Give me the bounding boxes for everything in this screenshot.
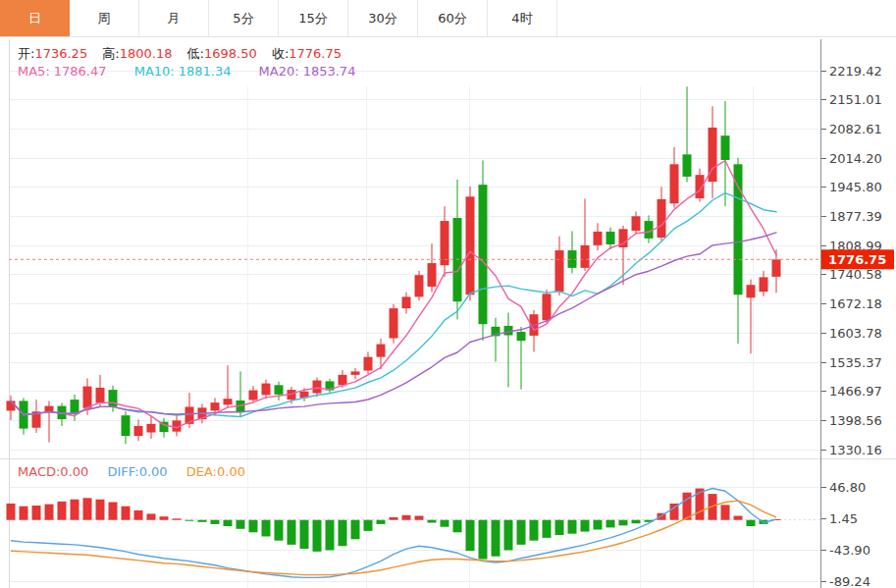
kline-chart-canvas[interactable]: 2219.422151.012082.612014.201945.801877.… bbox=[0, 0, 896, 588]
candle-body bbox=[351, 371, 360, 374]
candle-body bbox=[402, 296, 411, 308]
candle-body bbox=[134, 426, 143, 436]
candle-body bbox=[555, 250, 564, 292]
axis-tick-label: 46.80 bbox=[829, 480, 866, 495]
macd-bar bbox=[441, 520, 449, 527]
macd-bar bbox=[492, 520, 501, 557]
macd-bar bbox=[543, 520, 552, 538]
macd-bar bbox=[313, 520, 322, 552]
axis-tick-label: -89.24 bbox=[829, 574, 870, 588]
macd-bar bbox=[160, 516, 169, 519]
macd-bar bbox=[606, 520, 615, 528]
macd-bar bbox=[58, 502, 67, 520]
macd-bar bbox=[504, 520, 513, 551]
axis-tick-label: 2219.42 bbox=[829, 64, 882, 79]
macd-bar bbox=[364, 520, 373, 531]
axis-tick-label: 1672.18 bbox=[829, 296, 882, 311]
macd-bar bbox=[479, 520, 488, 560]
macd-bar bbox=[555, 520, 564, 535]
candle-body bbox=[581, 245, 590, 268]
macd-bar bbox=[530, 520, 539, 541]
candle-body bbox=[364, 357, 373, 371]
candle-body bbox=[632, 216, 641, 231]
macd-bar bbox=[594, 520, 603, 530]
macd-bar bbox=[517, 520, 526, 545]
candle-body bbox=[224, 399, 233, 404]
axis-tick-label: 1535.37 bbox=[829, 355, 882, 370]
candle-body bbox=[594, 232, 603, 245]
macd-bar bbox=[20, 507, 28, 520]
macd-bar bbox=[198, 520, 207, 522]
macd-bar bbox=[147, 513, 156, 519]
axis-tick-label: 2014.20 bbox=[829, 151, 882, 166]
candle-body bbox=[45, 406, 54, 412]
candle-body bbox=[377, 345, 386, 357]
last-price-tag: 1776.75 bbox=[821, 249, 894, 269]
macd-bar bbox=[326, 520, 335, 551]
candle-body bbox=[683, 154, 692, 177]
candle-body bbox=[428, 263, 437, 287]
macd-bar bbox=[71, 500, 79, 520]
tab-4hour[interactable]: 4时 bbox=[488, 0, 557, 36]
tab-month[interactable]: 月 bbox=[139, 0, 209, 36]
macd-bar bbox=[581, 520, 590, 532]
candle-body bbox=[249, 391, 258, 401]
candle-body bbox=[734, 164, 743, 294]
tab-15min[interactable]: 15分 bbox=[279, 0, 348, 36]
macd-bar bbox=[134, 510, 143, 520]
tab-day[interactable]: 日 bbox=[0, 0, 70, 36]
macd-bar bbox=[339, 520, 347, 547]
candle-body bbox=[760, 277, 768, 292]
tab-5min[interactable]: 5分 bbox=[209, 0, 279, 36]
candle-body bbox=[517, 332, 526, 341]
axis-tick-label: 1.45 bbox=[829, 511, 858, 526]
macd-bar bbox=[237, 520, 245, 529]
axis-tick-label: 1945.80 bbox=[829, 180, 882, 194]
macd-bar bbox=[275, 520, 284, 541]
candle-body bbox=[772, 259, 781, 277]
axis-tick-label: 1877.39 bbox=[829, 209, 882, 224]
macd-bar bbox=[428, 520, 437, 523]
macd-bar bbox=[466, 520, 475, 551]
candle-body bbox=[211, 402, 220, 410]
candle-body bbox=[339, 375, 347, 385]
candle-body bbox=[606, 232, 615, 244]
axis-tick-label: -43.90 bbox=[829, 543, 870, 558]
macd-bar bbox=[185, 520, 194, 521]
candle-body bbox=[721, 135, 730, 160]
macd-bar bbox=[224, 520, 233, 526]
macd-histogram bbox=[7, 489, 781, 560]
tab-60min[interactable]: 60分 bbox=[418, 0, 488, 36]
macd-bar bbox=[453, 520, 462, 533]
axis-tick-label: 1330.16 bbox=[829, 443, 882, 457]
candle-body bbox=[415, 275, 424, 296]
axis-tick-label: 2151.01 bbox=[829, 92, 882, 107]
candle-body bbox=[147, 424, 156, 433]
macd-bar bbox=[632, 520, 641, 523]
candle-body bbox=[275, 385, 284, 395]
axis-tick-label: 1603.78 bbox=[829, 326, 882, 341]
macd-bar bbox=[288, 520, 296, 545]
candle-body bbox=[122, 415, 131, 436]
macd-bar bbox=[390, 517, 398, 520]
candle-body bbox=[747, 285, 756, 297]
candle-body bbox=[441, 221, 449, 265]
macd-bar bbox=[109, 503, 118, 520]
macd-bar bbox=[747, 520, 756, 526]
macd-bar bbox=[96, 500, 105, 520]
macd-bar bbox=[351, 520, 360, 540]
candle-body bbox=[670, 164, 679, 203]
macd-bar bbox=[83, 498, 92, 519]
diff-line bbox=[11, 489, 776, 578]
macd-bar bbox=[122, 507, 131, 520]
candle-body bbox=[7, 401, 16, 410]
macd-bar bbox=[402, 515, 411, 520]
axis-tick-label: 2082.61 bbox=[829, 122, 882, 136]
macd-bar bbox=[568, 520, 577, 534]
last-price-value: 1776.75 bbox=[828, 252, 886, 267]
macd-bar bbox=[734, 516, 743, 520]
timeframe-tabs: 日周月5分15分30分60分4时 bbox=[0, 0, 896, 37]
candle-body bbox=[313, 381, 322, 394]
tab-30min[interactable]: 30分 bbox=[348, 0, 418, 36]
tab-week[interactable]: 周 bbox=[70, 0, 139, 36]
